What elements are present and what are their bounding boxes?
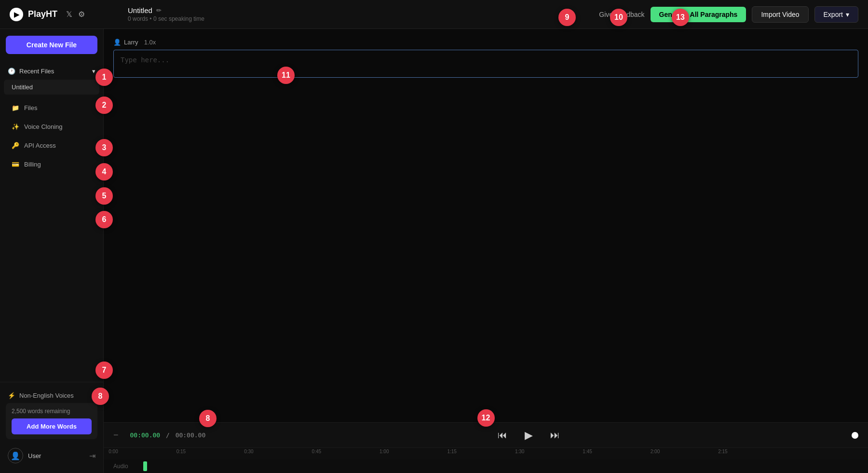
person-icon: 👤 [113,39,121,46]
tl-30: 0:30 [244,449,253,454]
topbar-actions: Give Feedback Generate All Paragraphs Im… [599,6,858,23]
discord-icon[interactable]: ⚙ [78,10,85,19]
billing-icon: 💳 [12,161,19,168]
tl-0: 0:00 [108,449,118,454]
logo-area: ▶ PlayHT 𝕏 ⚙ [10,8,113,21]
time-current: 00:00.00 [130,431,161,439]
export-label: Export [824,11,843,18]
skip-back-button[interactable]: ⏮ [494,428,511,443]
sidebar-top: Create New File [0,29,103,61]
non-english-voices[interactable]: ⚡ Non-English Voices [6,388,97,403]
audio-marker [143,461,147,471]
clock-icon: 🕐 [8,68,15,75]
topbar-center: Untitled ✏ 0 words • 0 sec speaking time [113,6,599,22]
text-input[interactable] [113,50,858,78]
play-button[interactable]: ▶ [521,427,537,444]
file-meta: 0 words • 0 sec speaking time [128,15,599,22]
file-title: Untitled [128,6,152,14]
voice-clone-icon: ✨ [12,123,19,130]
words-remaining-box: 2,500 words remaining Add More Words [6,403,97,439]
translate-icon: ⚡ [8,392,15,399]
social-icons: 𝕏 ⚙ [66,10,85,19]
files-label: Files [24,104,37,111]
speed-label: 1.0x [144,39,156,46]
voice-cloning-label: Voice Cloning [24,123,63,130]
audio-label: Audio [113,463,137,470]
tl-130: 1:30 [515,449,524,454]
timeline-labels: 0:00 0:15 0:30 0:45 1:00 1:15 1:30 1:45 … [113,449,858,459]
user-row: 👤 User ⇥ [6,444,97,467]
topbar: ▶ PlayHT 𝕏 ⚙ Untitled ✏ 0 words • 0 sec … [0,0,868,29]
timeline-row: 0:00 0:15 0:30 0:45 1:00 1:15 1:30 1:45 … [104,448,868,459]
edit-icon[interactable]: ✏ [156,7,162,14]
chevron-down-icon: ▾ [846,11,849,18]
sidebar-item-files[interactable]: 📁 Files [4,99,99,116]
voice-selector[interactable]: 👤 Larry [113,39,138,46]
voice-name: Larry [124,39,138,46]
time-display: 00:00.00 / 00:00.00 [130,431,206,439]
recent-files-section: 🕐 Recent Files ▾ Untitled [0,61,103,98]
editor-area: 11 👤 Larry 1.0x [104,29,868,422]
player-controls-row: − 00:00.00 / 00:00.00 ⏮ ▶ ⏭ [104,423,868,448]
user-name: User [28,452,84,459]
generate-button[interactable]: Generate All Paragraphs [651,7,746,22]
voice-row: 👤 Larry 1.0x [113,39,858,46]
folder-icon: 📁 [12,104,19,111]
skip-forward-button[interactable]: ⏭ [546,428,564,443]
sidebar-bottom: ⚡ Non-English Voices 8 2,500 words remai… [0,382,103,473]
logo-char: ▶ [14,11,19,18]
api-access-label: API Access [24,142,56,149]
feedback-button[interactable]: Give Feedback [599,11,644,18]
sidebar-item-voice-cloning[interactable]: ✨ Voice Cloning [4,118,99,135]
recent-files-label: Recent Files [19,68,54,75]
export-button[interactable]: Export ▾ [814,6,858,23]
main-layout: 1 Create New File 2 🕐 Recent Files ▾ Unt… [0,29,868,473]
words-remaining-text: 2,500 words remaining [12,408,92,415]
audio-track-row: Audio [104,459,868,473]
sidebar-item-billing[interactable]: 💳 Billing [4,156,99,173]
chevron-down-icon: ▾ [92,68,95,75]
billing-label: Billing [24,161,41,168]
tl-200: 2:00 [651,449,660,454]
content-area: 11 👤 Larry 1.0x 12 8 − [104,29,868,473]
sidebar-item-api[interactable]: 🔑 API Access [4,137,99,154]
key-icon: 🔑 [12,142,19,149]
recent-files-header[interactable]: 🕐 Recent Files ▾ [0,64,103,79]
logout-icon[interactable]: ⇥ [89,451,95,460]
tl-45: 0:45 [312,449,321,454]
create-file-button[interactable]: Create New File [6,36,97,54]
player-bar: 12 8 − 00:00.00 / 00:00.00 ⏮ ▶ ⏭ [104,422,868,473]
twitter-icon[interactable]: 𝕏 [66,10,72,19]
add-words-button[interactable]: Add More Words [12,418,92,434]
sidebar-spacer [0,174,103,382]
app-name: PlayHT [28,9,57,19]
tl-115: 1:15 [447,449,456,454]
tl-145: 1:45 [583,449,592,454]
time-total: 00:00.00 [176,431,206,439]
tl-215: 2:15 [718,449,727,454]
import-button[interactable]: Import Video [752,6,808,23]
file-title-row: Untitled ✏ [128,6,599,14]
non-english-label: Non-English Voices [19,392,74,399]
minus-button[interactable]: − [113,430,119,440]
avatar: 👤 [8,448,23,463]
tl-100: 1:00 [380,449,389,454]
sidebar: 1 Create New File 2 🕐 Recent Files ▾ Unt… [0,29,104,473]
tl-15: 0:15 [176,449,186,454]
recent-file-item[interactable]: Untitled [4,80,99,95]
logo-icon: ▶ [10,8,23,21]
paragraph-block: 👤 Larry 1.0x [113,39,858,78]
volume-knob[interactable] [852,432,858,439]
